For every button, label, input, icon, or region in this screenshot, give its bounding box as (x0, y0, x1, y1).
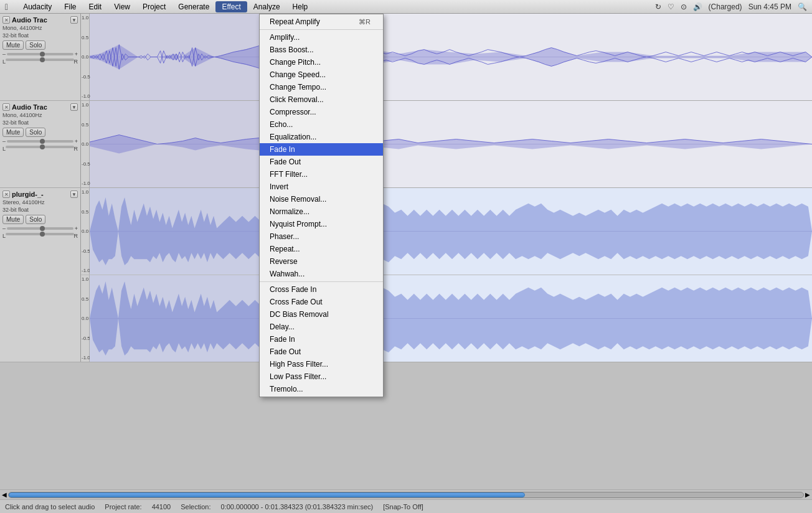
menu-analyze[interactable]: Analyze (247, 1, 286, 12)
apple-menu-icon[interactable]:  (5, 2, 8, 12)
track-3-controls: ✕ plurgid-_- ▼ Stereo, 44100Hz32-bit flo… (0, 188, 81, 362)
effect-click-removal[interactable]: Click Removal... (260, 93, 383, 106)
track-3-waveform-L (90, 188, 812, 275)
scroll-left-btn[interactable]: ◀ (2, 491, 7, 498)
track-3-volume-slider[interactable] (7, 227, 73, 230)
effect-tremolo[interactable]: Tremolo... (260, 383, 383, 395)
track-1-menu-btn[interactable]: ▼ (70, 16, 78, 24)
effect-cross-fade-in[interactable]: Cross Fade In (260, 283, 383, 296)
effect-high-pass-filter[interactable]: High Pass Filter... (260, 358, 383, 370)
effect-menu: Repeat Amplify ⌘R Amplify... Bass Boost.… (259, 14, 384, 397)
scrollbar-thumb[interactable] (9, 492, 525, 497)
effect-menu-section-3: Cross Fade In Cross Fade Out DC Bias Rem… (260, 282, 383, 397)
selection-label: Selection: (181, 503, 210, 511)
effect-compressor[interactable]: Compressor... (260, 106, 383, 118)
track-1-volume-slider[interactable] (7, 53, 73, 55)
track-1-mute-btn[interactable]: Mute (2, 40, 24, 50)
menu-view[interactable]: View (108, 1, 136, 12)
track-3-scale-L: 1.00.50.0-0.5-1.0 (81, 188, 90, 275)
track-2-r-label: R (74, 146, 78, 152)
track-3-vol-minus: – (2, 225, 6, 232)
track-2-close-btn[interactable]: ✕ (2, 103, 10, 111)
effect-nyquist-prompt[interactable]: Nyquist Prompt... (260, 218, 383, 230)
track-2-solo-btn[interactable]: Solo (26, 128, 45, 137)
effect-repeat-amplify[interactable]: Repeat Amplify ⌘R (260, 16, 383, 28)
menu-edit[interactable]: Edit (83, 1, 108, 12)
track-2-pan-slider[interactable] (6, 146, 73, 148)
effect-change-speed[interactable]: Change Speed... (260, 68, 383, 81)
track-2-waveform (81, 101, 812, 187)
effect-fade-in[interactable]: Fade In (260, 143, 383, 156)
track-3-mute-btn[interactable]: Mute (2, 215, 24, 224)
battery-status: (Charged) (709, 2, 742, 11)
horizontal-scrollbar[interactable] (8, 492, 804, 498)
status-hint: Click and drag to select audio (5, 503, 95, 511)
refresh-icon[interactable]: ↻ (655, 2, 661, 11)
track-1-pan-slider[interactable] (6, 59, 73, 61)
track-3-menu-btn[interactable]: ▼ (70, 191, 78, 198)
effect-bass-boost[interactable]: Bass Boost... (260, 44, 383, 56)
track-3-name: plurgid-_- (12, 191, 68, 198)
effect-low-pass-filter[interactable]: Low Pass Filter... (260, 370, 383, 383)
track-1-scale: 1.00.50.0-0.5-1.0 (81, 14, 90, 100)
track-2-buttons: Mute Solo (2, 128, 78, 137)
heart-icon[interactable]: ♡ (668, 2, 674, 11)
effect-phaser[interactable]: Phaser... (260, 230, 383, 243)
effect-change-tempo[interactable]: Change Tempo... (260, 81, 383, 93)
effect-fft-filter[interactable]: FFT Filter... (260, 168, 383, 181)
track-3-solo-btn[interactable]: Solo (26, 215, 45, 224)
track-3-info: Stereo, 44100Hz32-bit float (2, 199, 78, 214)
track-1-r-label: R (74, 59, 78, 65)
statusbar: Click and drag to select audio Project r… (0, 499, 812, 513)
track-2-name: Audio Trac (12, 103, 68, 111)
effect-fade-out-1[interactable]: Fade Out (260, 156, 383, 168)
track-1-solo-btn[interactable]: Solo (26, 40, 45, 50)
scrollbar-area: ◀ ▶ (0, 489, 812, 499)
effect-repeat[interactable]: Repeat... (260, 243, 383, 255)
history-icon[interactable]: ⊙ (681, 2, 687, 11)
track-3-pan-slider[interactable] (6, 233, 73, 235)
effect-repeat-amplify-shortcut: ⌘R (359, 18, 371, 26)
effect-fade-out-2[interactable]: Fade Out (260, 346, 383, 358)
project-rate-label: Project rate: (105, 503, 141, 511)
effect-fade-in-2[interactable]: Fade In (260, 333, 383, 346)
track-1-volume-label: – (2, 51, 6, 57)
track-1-waveform (81, 14, 812, 100)
menu-audacity[interactable]: Audacity (17, 1, 58, 12)
effect-delay[interactable]: Delay... (260, 321, 383, 333)
track-3-volume: – + (2, 225, 78, 232)
effect-cross-fade-out[interactable]: Cross Fade Out (260, 296, 383, 308)
effect-invert[interactable]: Invert (260, 181, 383, 193)
effect-wahwah[interactable]: Wahwah... (260, 268, 383, 280)
menu-generate[interactable]: Generate (172, 1, 215, 12)
track-3-close-btn[interactable]: ✕ (2, 191, 10, 198)
menu-help[interactable]: Help (286, 1, 314, 12)
track-3-scale-R: 1.00.50.0-0.5-1.0 (81, 275, 90, 362)
track-3-wave[interactable]: 1.00.50.0-0.5-1.0 1.00.50.0-0.5-1.0 (81, 188, 812, 362)
effect-dc-bias-removal[interactable]: DC Bias Removal (260, 308, 383, 321)
volume-icon[interactable]: 🔊 (693, 2, 702, 11)
effect-amplify[interactable]: Amplify... (260, 31, 383, 44)
effect-change-pitch[interactable]: Change Pitch... (260, 56, 383, 68)
track-1-close-btn[interactable]: ✕ (2, 16, 10, 24)
effect-noise-removal[interactable]: Noise Removal... (260, 193, 383, 205)
track-2-mute-btn[interactable]: Mute (2, 128, 24, 137)
track-2-menu-btn[interactable]: ▼ (70, 103, 78, 111)
track-1-volume-plus: + (75, 51, 78, 57)
menu-project[interactable]: Project (136, 1, 172, 12)
menubar-right: ↻ ♡ ⊙ 🔊 (Charged) Sun 4:45 PM 🔍 (655, 2, 807, 11)
scroll-right-btn[interactable]: ▶ (805, 491, 810, 498)
menu-effect[interactable]: Effect (215, 1, 247, 12)
effect-reverse[interactable]: Reverse (260, 255, 383, 268)
track-3-waveform-R (90, 275, 812, 362)
track-2-lr: L R (2, 146, 78, 152)
track-1-wave[interactable]: 1.00.50.0-0.5-1.0 (81, 14, 812, 100)
effect-equalization[interactable]: Equalization... (260, 131, 383, 143)
search-icon[interactable]: 🔍 (798, 2, 807, 11)
effect-normalize[interactable]: Normalize... (260, 205, 383, 218)
menu-file[interactable]: File (58, 1, 82, 12)
track-2-wave[interactable]: 1.00.50.0-0.5-1.0 (81, 101, 812, 187)
effect-echo[interactable]: Echo... (260, 118, 383, 131)
track-2-volume-slider[interactable] (7, 140, 73, 143)
menubar:  Audacity File Edit View Project Genera… (0, 0, 812, 14)
